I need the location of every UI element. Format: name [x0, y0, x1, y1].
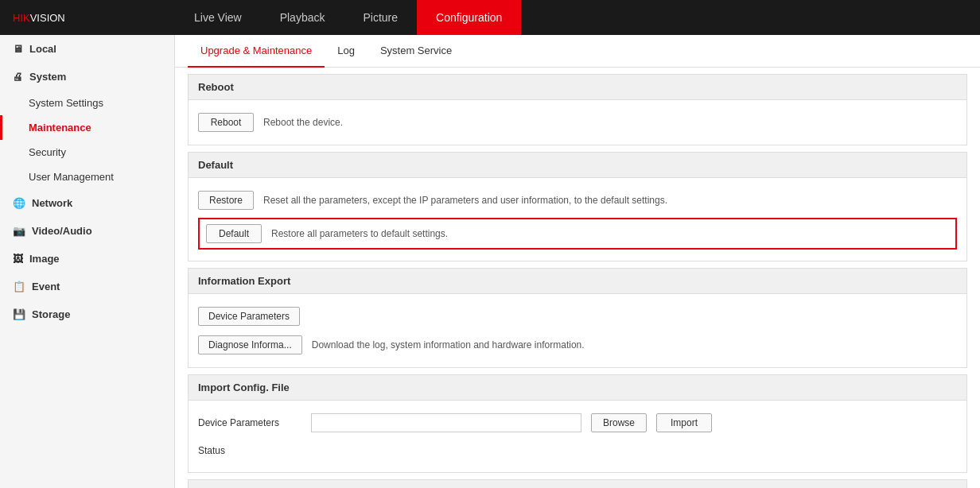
- import-status-row: Status: [198, 437, 957, 464]
- logo-vision: VISION: [30, 12, 65, 24]
- logo-hik: HIK: [13, 12, 30, 24]
- logo: HIKVISION: [0, 12, 175, 24]
- diagnose-row: Diagnose Informa... Download the log, sy…: [198, 331, 957, 359]
- image-icon: 🖼: [13, 253, 23, 265]
- default-section: Default Restore Reset all the parameters…: [188, 152, 967, 261]
- default-section-header: Default: [188, 152, 967, 178]
- sidebar-item-system[interactable]: 🖨 System: [0, 63, 174, 91]
- sidebar-item-security[interactable]: Security: [0, 140, 174, 165]
- globe-icon: 🌐: [13, 197, 25, 209]
- sidebar-label-system-settings: System Settings: [29, 97, 103, 109]
- sidebar: 🖥 Local 🖨 System System Settings Mainten…: [0, 35, 175, 488]
- reboot-section-header: Reboot: [188, 74, 967, 100]
- info-export-section: Information Export Device Parameters Dia…: [188, 268, 967, 368]
- logo-text: HIKVISION: [13, 12, 65, 24]
- sidebar-label-image: Image: [29, 253, 60, 265]
- sidebar-label-network: Network: [32, 197, 72, 209]
- nav-items: Live View Playback Picture Configuration: [175, 0, 521, 35]
- diagnose-button[interactable]: Diagnose Informa...: [198, 335, 302, 354]
- content-area: Upgrade & Maintenance Log System Service…: [175, 35, 980, 488]
- sidebar-item-user-management[interactable]: User Management: [0, 165, 174, 189]
- sidebar-label-video-audio: Video/Audio: [32, 225, 92, 237]
- default-row: Default Restore all parameters to defaul…: [198, 218, 957, 250]
- tab-upgrade-maintenance[interactable]: Upgrade & Maintenance: [188, 35, 325, 68]
- restore-description: Reset all the parameters, except the IP …: [263, 195, 667, 206]
- sidebar-item-local[interactable]: 🖥 Local: [0, 35, 174, 63]
- info-export-body: Device Parameters Diagnose Informa... Do…: [188, 294, 967, 368]
- sidebar-item-video-audio[interactable]: 📷 Video/Audio: [0, 217, 174, 245]
- nav-picture[interactable]: Picture: [344, 0, 417, 35]
- upgrade-section-header: Upgrade: [188, 479, 967, 488]
- reboot-section: Reboot Reboot Reboot the device.: [188, 74, 967, 145]
- device-parameters-button[interactable]: Device Parameters: [198, 307, 300, 326]
- import-browse-button[interactable]: Browse: [591, 413, 647, 432]
- sidebar-item-event[interactable]: 📋 Event: [0, 273, 174, 300]
- monitor-icon: 🖥: [13, 43, 23, 55]
- import-params-input[interactable]: [311, 413, 581, 432]
- system-icon: 🖨: [13, 71, 23, 83]
- import-status-label: Status: [198, 442, 225, 459]
- sidebar-label-system: System: [29, 71, 66, 83]
- tab-log[interactable]: Log: [325, 35, 368, 68]
- sidebar-item-system-settings[interactable]: System Settings: [0, 91, 174, 115]
- main-content: Reboot Reboot Reboot the device. Default…: [175, 68, 980, 488]
- restore-row: Restore Reset all the parameters, except…: [198, 186, 957, 215]
- sidebar-label-user-management: User Management: [29, 171, 114, 183]
- top-navigation: HIKVISION Live View Playback Picture Con…: [0, 0, 980, 35]
- import-params-row: Device Parameters Browse Import: [198, 409, 957, 437]
- sidebar-label-local: Local: [29, 43, 56, 55]
- sidebar-item-maintenance[interactable]: Maintenance: [0, 115, 174, 140]
- sidebar-label-storage: Storage: [32, 308, 70, 320]
- upgrade-section: Upgrade Firmware Browse Upgrade Status N…: [188, 479, 967, 488]
- sub-tabs: Upgrade & Maintenance Log System Service: [175, 35, 980, 68]
- reboot-section-body: Reboot Reboot the device.: [188, 100, 967, 145]
- sidebar-item-image[interactable]: 🖼 Image: [0, 245, 174, 273]
- storage-icon: 💾: [13, 308, 25, 320]
- info-export-header: Information Export: [188, 268, 967, 294]
- tab-system-service[interactable]: System Service: [368, 35, 465, 68]
- video-icon: 📷: [13, 225, 25, 237]
- import-import-button[interactable]: Import: [656, 413, 712, 432]
- sidebar-label-maintenance: Maintenance: [29, 122, 91, 134]
- sidebar-item-storage[interactable]: 💾 Storage: [0, 300, 174, 328]
- nav-playback[interactable]: Playback: [261, 0, 344, 35]
- import-config-header: Import Config. File: [188, 374, 967, 401]
- device-params-row: Device Parameters: [198, 302, 957, 331]
- sidebar-label-event: Event: [32, 281, 60, 292]
- sidebar-label-security: Security: [29, 146, 66, 158]
- reboot-button[interactable]: Reboot: [198, 113, 254, 132]
- default-description: Restore all parameters to default settin…: [271, 228, 448, 239]
- main-layout: 🖥 Local 🖨 System System Settings Mainten…: [0, 35, 980, 488]
- nav-live-view[interactable]: Live View: [175, 0, 261, 35]
- restore-button[interactable]: Restore: [198, 191, 254, 210]
- event-icon: 📋: [13, 281, 25, 292]
- import-params-label: Device Parameters: [198, 417, 301, 428]
- default-section-body: Restore Reset all the parameters, except…: [188, 178, 967, 261]
- reboot-description: Reboot the device.: [263, 117, 343, 128]
- diagnose-description: Download the log, system information and…: [312, 339, 585, 351]
- sidebar-item-network[interactable]: 🌐 Network: [0, 189, 174, 217]
- default-button[interactable]: Default: [206, 224, 262, 243]
- reboot-row: Reboot Reboot the device.: [198, 108, 957, 137]
- import-config-body: Device Parameters Browse Import Status: [188, 401, 967, 473]
- nav-configuration[interactable]: Configuration: [417, 0, 521, 35]
- import-config-section: Import Config. File Device Parameters Br…: [188, 374, 967, 473]
